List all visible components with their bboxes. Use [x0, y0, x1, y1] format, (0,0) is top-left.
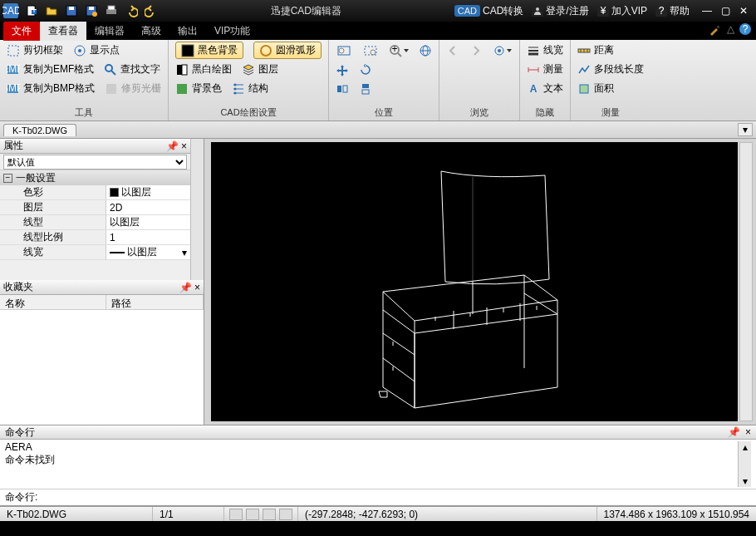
tab-editor[interactable]: 编辑器	[86, 22, 133, 41]
ribbon-group-measure: 距离 多段线长度 面积 测量	[571, 40, 650, 120]
close-button[interactable]: ✕	[734, 2, 753, 19]
tab-output[interactable]: 输出	[169, 22, 206, 41]
svg-rect-6	[69, 7, 74, 10]
maximize-button[interactable]: ▢	[716, 2, 734, 19]
help-icon[interactable]: ?	[739, 23, 751, 39]
open-file-icon[interactable]	[42, 2, 61, 20]
prop-linetype[interactable]: 以图层	[106, 215, 190, 229]
grid-toggle[interactable]	[246, 509, 259, 520]
svg-rect-30	[106, 84, 116, 94]
print-icon[interactable]	[102, 2, 120, 20]
polyline-length-button[interactable]: 多段线长度	[577, 62, 644, 76]
svg-rect-69	[580, 85, 588, 93]
view-dropdown[interactable]	[493, 44, 513, 57]
zoom-window-icon[interactable]	[362, 44, 379, 57]
svg-point-57	[498, 49, 501, 52]
selection-combo[interactable]: 默认值	[3, 155, 187, 170]
col-header-path[interactable]: 路径	[106, 295, 204, 309]
save-icon[interactable]	[62, 2, 81, 20]
tab-viewer[interactable]: 查看器	[40, 22, 86, 41]
command-input-row: 命令行:	[0, 489, 756, 506]
status-page: 1/1	[153, 507, 224, 521]
ribbon-collapse-icon[interactable]: △	[727, 23, 734, 39]
help-link[interactable]: ?帮助	[652, 2, 693, 20]
layer-button[interactable]: 图层	[242, 62, 278, 76]
copy-bmp-button[interactable]: BMP复制为BMP格式	[7, 81, 95, 96]
bg-color-button[interactable]: 背景色	[175, 81, 222, 96]
drawing-canvas[interactable]	[211, 142, 738, 421]
prop-linescale[interactable]: 1	[106, 230, 190, 244]
history-scrollbar[interactable]: ▴▾	[738, 441, 751, 487]
svg-rect-21	[8, 46, 18, 56]
prop-lineweight[interactable]: 以图层▾	[106, 245, 190, 259]
panel-close-icon[interactable]: ×	[194, 282, 200, 293]
save-as-icon[interactable]	[82, 2, 101, 20]
panel-close-icon[interactable]: ×	[745, 426, 751, 438]
properties-scrollbar[interactable]	[190, 139, 204, 280]
status-bar: K-Tb02.DWG 1/1 (-297.2848; -427.6293; 0)…	[0, 506, 756, 521]
svg-text:BMP: BMP	[7, 82, 20, 94]
svg-point-40	[234, 87, 237, 90]
new-file-icon[interactable]: +	[22, 2, 41, 20]
svg-point-26	[106, 65, 112, 71]
distance-button[interactable]: 距离	[577, 43, 614, 57]
prev-icon[interactable]	[446, 44, 459, 57]
globe-icon[interactable]	[419, 44, 432, 57]
prop-category-general[interactable]: −一般设置	[0, 170, 190, 185]
linewidth-button[interactable]: 线宽	[527, 43, 563, 57]
svg-text:CAD: CAD	[2, 5, 19, 17]
cut-frame-button[interactable]: 剪切框架	[7, 43, 63, 57]
pin-icon[interactable]: 📌	[179, 282, 191, 293]
structure-button[interactable]: 结构	[232, 81, 268, 96]
zoom-dropdown[interactable]: +	[389, 44, 409, 57]
svg-rect-8	[89, 7, 94, 10]
collections-list[interactable]	[0, 310, 204, 425]
command-input[interactable]	[41, 493, 751, 503]
canvas-scrollbar-v[interactable]	[739, 142, 753, 421]
minimize-button[interactable]: —	[698, 2, 716, 19]
snap-toggle[interactable]	[229, 509, 243, 520]
prop-layer[interactable]: 2D	[106, 200, 190, 214]
pin-icon[interactable]: 📌	[166, 140, 178, 152]
pin-icon[interactable]: 📌	[728, 426, 740, 438]
ortho-toggle[interactable]	[263, 509, 276, 520]
text-vis-button[interactable]: A文本	[527, 81, 563, 96]
tab-list-dropdown[interactable]: ▾	[738, 123, 753, 136]
polar-toggle[interactable]	[279, 509, 292, 520]
pan-icon[interactable]	[336, 63, 349, 76]
title-bar: CAD + 迅捷CAD编辑器 CADCAD转换 登录/注册 ¥加入VIP ?帮助…	[0, 0, 756, 22]
zoom-fit-icon[interactable]	[336, 44, 352, 57]
flip-v-icon[interactable]	[359, 82, 372, 96]
brush-icon[interactable]	[709, 23, 722, 39]
ribbon-label-cad-settings: CAD绘图设置	[175, 106, 322, 120]
undo-icon[interactable]	[122, 2, 140, 20]
smooth-arc-button[interactable]: 圆滑弧形	[253, 42, 322, 59]
copy-emf-button[interactable]: EMF复制为EMF格式	[7, 62, 94, 76]
login-link[interactable]: 登录/注册	[528, 2, 592, 20]
rotate-view-icon[interactable]	[359, 63, 372, 76]
ribbon-label-tools: 工具	[7, 106, 161, 120]
tab-advanced[interactable]: 高级	[133, 22, 169, 41]
area-button[interactable]: 面积	[577, 81, 614, 96]
panel-close-icon[interactable]: ×	[181, 140, 187, 152]
flip-h-icon[interactable]	[336, 82, 349, 96]
document-tab[interactable]: K-Tb02.DWG	[3, 124, 76, 136]
svg-text:+: +	[31, 4, 37, 16]
vip-link[interactable]: ¥加入VIP	[594, 2, 650, 20]
col-header-name[interactable]: 名称	[0, 295, 106, 309]
trim-raster-button[interactable]: 修剪光栅	[105, 81, 161, 96]
prop-color[interactable]: 以图层	[106, 185, 190, 199]
svg-rect-18	[717, 26, 719, 28]
bw-draw-button[interactable]: 黑白绘图	[175, 62, 232, 76]
black-bg-button[interactable]: 黑色背景	[175, 42, 243, 59]
next-icon[interactable]	[469, 44, 483, 57]
find-text-button[interactable]: 查找文字	[104, 62, 160, 76]
show-point-button[interactable]: 显示点	[73, 43, 120, 57]
cad-convert-link[interactable]: CADCAD转换	[451, 2, 528, 20]
measure-vis-button[interactable]: 测量	[527, 62, 563, 76]
tab-vip[interactable]: VIP功能	[206, 22, 258, 41]
redo-icon[interactable]	[142, 2, 160, 20]
tab-file[interactable]: 文件	[3, 22, 40, 41]
svg-point-39	[234, 83, 237, 86]
status-coords: (-297.2848; -427.6293; 0)	[298, 507, 597, 521]
